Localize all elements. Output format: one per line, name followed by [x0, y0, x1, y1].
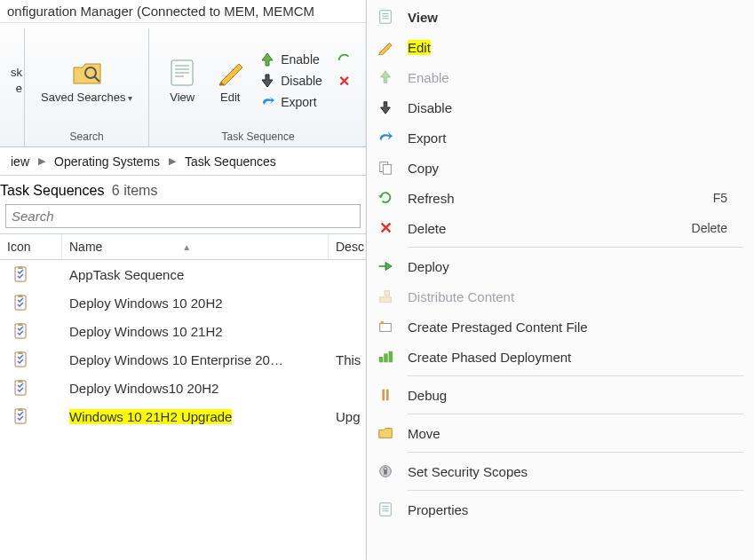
menu-item-deploy[interactable]: Deploy [367, 251, 754, 281]
window-title: onfiguration Manager (Connected to MEM, … [7, 4, 314, 19]
context-menu: ViewEditEnableDisableExportCopyRefreshF5… [366, 0, 754, 560]
ribbon-item-cut2[interactable]: ✕ [333, 72, 356, 91]
security-icon [376, 461, 395, 481]
column-name[interactable]: Name ▲ [62, 234, 329, 259]
menu-item-edit[interactable]: Edit [367, 32, 754, 62]
menu-item-label: Set Security Scopes [408, 464, 745, 479]
menu-item-label: Properties [408, 502, 745, 517]
menu-item-set-security-scopes[interactable]: Set Security Scopes [367, 456, 754, 486]
sort-asc-icon: ▲ [182, 242, 191, 252]
menu-item-label: Edit [408, 40, 745, 55]
refresh-icon [376, 188, 395, 208]
chevron-right-icon: ▶ [169, 155, 176, 167]
task-sequence-icon [0, 323, 62, 339]
saved-searches-label: Saved Searches [41, 91, 132, 105]
arrow-down-icon [259, 73, 275, 89]
ribbon-group-truncated: sk e [0, 28, 25, 146]
menu-item-label: Debug [408, 388, 745, 403]
svg-rect-33 [379, 357, 384, 362]
distribute-icon [376, 287, 395, 306]
svg-rect-37 [386, 390, 389, 401]
truncated-label-bottom: e [16, 82, 22, 96]
menu-separator [408, 490, 743, 491]
svg-rect-29 [380, 297, 392, 302]
menu-item-label: Export [408, 130, 745, 146]
menu-item-refresh[interactable]: RefreshF5 [367, 183, 754, 213]
list-count: 6 items [112, 183, 158, 198]
x-red-icon: ✕ [337, 74, 353, 90]
menu-item-move[interactable]: Move [367, 418, 754, 448]
menu-item-label: Distribute Content [408, 289, 745, 304]
svg-rect-34 [384, 353, 388, 362]
menu-item-view[interactable]: View [367, 2, 754, 32]
prestage-icon [376, 317, 395, 336]
breadcrumb-item[interactable]: Task Sequences [181, 153, 280, 170]
row-name: Deploy Windows10 20H2 [62, 381, 329, 396]
pencil-icon [214, 57, 246, 89]
breadcrumb-item[interactable]: Operating Systems [51, 153, 163, 170]
row-name: Windows 10 21H2 Upgrade [62, 409, 329, 424]
svg-rect-27 [383, 164, 391, 174]
svg-rect-40 [380, 503, 392, 516]
edit-button[interactable]: Edit [208, 53, 252, 108]
enable-button[interactable]: Enable [256, 50, 326, 69]
menu-separator [408, 375, 743, 376]
properties-icon [376, 500, 395, 519]
arrow-curve-blue-icon [376, 128, 395, 147]
svg-rect-15 [15, 352, 26, 367]
disable-button[interactable]: Disable [256, 71, 326, 91]
svg-rect-39 [384, 469, 387, 474]
ribbon-group-task-sequence: View Edit Enable [149, 28, 367, 146]
pencil-icon [376, 37, 395, 57]
svg-rect-18 [18, 380, 23, 383]
svg-rect-14 [18, 323, 23, 326]
list-heading: Task Sequences [0, 183, 104, 198]
task-sequence-icon [0, 295, 62, 311]
svg-rect-11 [15, 296, 26, 310]
svg-rect-31 [380, 323, 392, 331]
debug-icon [376, 385, 395, 405]
properties-icon [166, 57, 198, 89]
export-icon [259, 94, 275, 110]
export-button[interactable]: Export [256, 92, 326, 112]
arrow-up-icon [259, 51, 275, 67]
svg-rect-9 [15, 267, 26, 281]
ribbon-group-search: Saved Searches Search [25, 28, 149, 146]
menu-separator [408, 414, 743, 414]
svg-rect-17 [15, 381, 26, 395]
menu-item-debug[interactable]: Debug [367, 380, 754, 410]
menu-item-label: Deploy [408, 259, 745, 274]
saved-searches-button[interactable]: Saved Searches [36, 53, 138, 108]
truncated-label-top: sk [11, 66, 22, 80]
menu-item-disable[interactable]: Disable [367, 92, 754, 122]
menu-separator [408, 452, 743, 453]
menu-item-delete[interactable]: ✕DeleteDelete [367, 213, 754, 243]
svg-rect-19 [15, 409, 26, 423]
svg-marker-28 [378, 195, 383, 198]
view-label: View [170, 91, 194, 105]
arrow-up-green-icon [376, 67, 395, 87]
menu-item-distribute-content: Distribute Content [367, 281, 754, 312]
arrow-down-dark-icon [376, 98, 395, 117]
column-icon[interactable]: Icon [0, 234, 62, 259]
ribbon-group-ts-label: Task Sequence [222, 129, 295, 146]
menu-item-label: Create Prestaged Content File [408, 319, 745, 335]
menu-item-create-prestaged-content-file[interactable]: Create Prestaged Content File [367, 312, 754, 342]
menu-item-label: Refresh [408, 191, 701, 206]
search-input[interactable] [5, 204, 361, 228]
menu-item-create-phased-deployment[interactable]: Create Phased Deployment [367, 342, 754, 372]
task-sequence-icon [0, 351, 62, 367]
row-name: Deploy Windows 10 21H2 [62, 324, 329, 339]
menu-item-properties[interactable]: Properties [367, 494, 754, 525]
ribbon-item-cut1[interactable] [333, 51, 356, 70]
breadcrumb-item[interactable]: iew [7, 153, 33, 170]
menu-item-copy[interactable]: Copy [367, 153, 754, 183]
svg-point-32 [381, 321, 385, 325]
menu-item-enable: Enable [367, 62, 754, 92]
delete-x-icon: ✕ [376, 218, 395, 238]
menu-item-label: Move [408, 426, 745, 441]
menu-item-export[interactable]: Export [367, 122, 754, 153]
svg-rect-21 [380, 11, 392, 23]
task-sequence-icon [0, 380, 62, 396]
view-button[interactable]: View [160, 53, 204, 108]
